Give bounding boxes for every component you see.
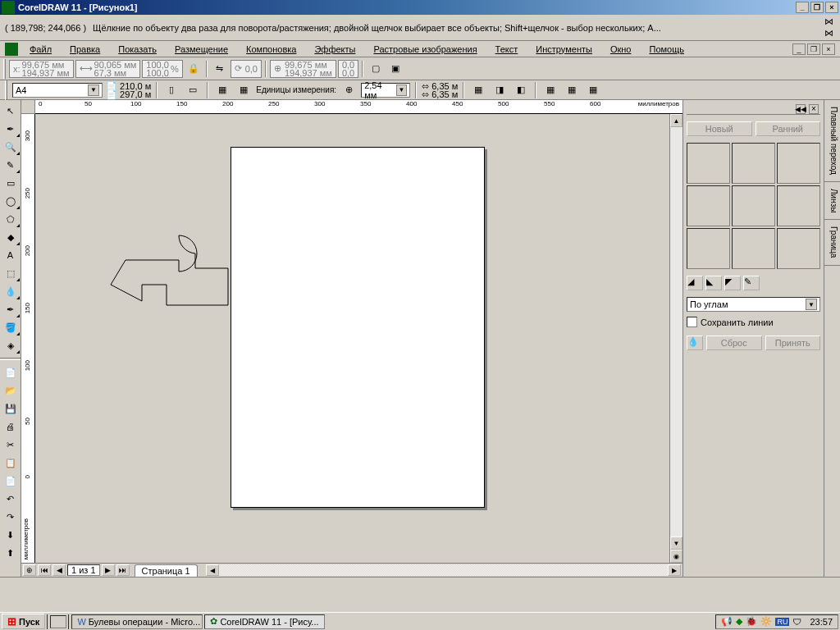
menu-layout[interactable]: Размещение xyxy=(168,43,235,56)
docker-tab-border[interactable]: Граница xyxy=(824,220,840,265)
ox-field[interactable]: 0,0 xyxy=(342,61,354,69)
mdi-restore[interactable]: ❐ xyxy=(807,43,820,55)
menu-file[interactable]: Файл xyxy=(23,43,58,56)
pick-tool[interactable]: ↖ xyxy=(1,102,21,120)
restore-button[interactable]: ❐ xyxy=(810,2,824,13)
taskbar-task-word[interactable]: W Булевы операции - Micro... xyxy=(71,614,203,629)
opt-btn-2[interactable]: ▦ xyxy=(563,81,581,99)
outline-tool[interactable]: ✒ xyxy=(1,300,21,318)
envelope-mode-1[interactable]: ◢ xyxy=(687,276,703,290)
landscape-button[interactable]: ▭ xyxy=(184,81,202,99)
eyedropper-icon[interactable]: 💧 xyxy=(687,336,703,350)
interactive-fill-tool[interactable]: ◈ xyxy=(1,336,21,354)
to-back-button[interactable]: ▣ xyxy=(386,60,404,78)
drawing-shape[interactable] xyxy=(101,219,281,334)
menu-tools[interactable]: Инструменты xyxy=(529,43,599,56)
lang-indicator[interactable]: RU xyxy=(775,618,789,626)
portrait-button[interactable]: ▯ xyxy=(162,81,180,99)
zoom-tool[interactable]: 🔍 xyxy=(1,138,21,156)
page-tab[interactable]: Страница 1 xyxy=(135,564,198,577)
sx-field[interactable]: 100,0 xyxy=(146,61,169,69)
mdi-close[interactable]: × xyxy=(822,43,835,55)
scroll-up-button[interactable]: ▲ xyxy=(670,114,682,127)
text-tool[interactable]: A xyxy=(1,246,21,264)
rot-field[interactable]: 0,0 xyxy=(245,64,258,74)
keep-lines-checkbox[interactable] xyxy=(687,317,697,327)
menu-arrange[interactable]: Компоновка xyxy=(240,43,303,56)
taskbar-task-corel[interactable]: ✿ CorelDRAW 11 - [Рису... xyxy=(204,614,324,629)
tray-icon[interactable]: 🐞 xyxy=(746,616,757,627)
scroll-left-button[interactable]: ◀ xyxy=(206,564,219,576)
x-field[interactable]: 99,675 мм xyxy=(22,61,70,69)
oy-field[interactable]: 0,0 xyxy=(342,69,354,77)
docker-dropdown[interactable]: По углам ▼ xyxy=(687,297,820,312)
scroll-nav-button[interactable]: ◉ xyxy=(670,550,682,563)
tb-undo[interactable]: ↶ xyxy=(1,490,21,508)
horizontal-scrollbar[interactable]: ◀ ▶ xyxy=(206,564,681,576)
ph-field[interactable]: 297,0 м xyxy=(120,89,151,99)
preset-cell[interactable] xyxy=(777,185,820,226)
tb-import[interactable]: ⬇ xyxy=(1,526,21,544)
snap-btn-2[interactable]: ◨ xyxy=(491,81,509,99)
tray-icon[interactable]: 📢 xyxy=(721,616,733,627)
tb-save[interactable]: 💾 xyxy=(1,399,21,418)
freehand-tool[interactable]: ✎ xyxy=(1,156,21,174)
preset-cell[interactable] xyxy=(687,185,730,226)
add-page-button[interactable]: ⊕ xyxy=(23,564,36,576)
tb-cut[interactable]: ✂ xyxy=(1,436,21,454)
prev-page-button[interactable]: ◀ xyxy=(52,564,66,576)
docker-new-button[interactable]: Новый xyxy=(687,121,752,136)
docker-close-icon[interactable]: × xyxy=(809,104,819,114)
fill-tool[interactable]: 🪣 xyxy=(1,318,21,336)
nudge-combo[interactable]: 2,54 мм ▼ xyxy=(361,83,410,98)
tb-new[interactable]: 📄 xyxy=(1,363,21,381)
dy-field[interactable]: 6,35 м xyxy=(431,89,458,99)
to-front-button[interactable]: ▢ xyxy=(367,60,385,78)
y-field[interactable]: 194,937 мм xyxy=(22,69,70,77)
mx-field[interactable]: 99,675 мм xyxy=(285,61,332,69)
menu-edit[interactable]: Правка xyxy=(63,43,107,56)
mdi-minimize[interactable]: _ xyxy=(792,43,806,55)
preset-cell[interactable] xyxy=(732,143,775,184)
grip[interactable] xyxy=(3,59,6,79)
sy-field[interactable]: 100,0 xyxy=(146,69,169,77)
menu-view[interactable]: Показать xyxy=(112,43,163,56)
canvas-viewport[interactable] xyxy=(35,114,669,563)
rectangle-tool[interactable]: ▭ xyxy=(1,174,21,192)
tb-paste[interactable]: 📄 xyxy=(1,472,21,490)
minimize-button[interactable]: _ xyxy=(796,2,809,13)
interactive-tool[interactable]: ⬚ xyxy=(1,264,21,282)
menu-help[interactable]: Помощь xyxy=(642,43,691,56)
tb-redo[interactable]: ↷ xyxy=(1,508,21,526)
shape-tool[interactable]: ✒ xyxy=(1,120,21,138)
tray-icon[interactable]: ◆ xyxy=(736,616,742,627)
menu-window[interactable]: Окно xyxy=(604,43,638,56)
preset-cell[interactable] xyxy=(732,228,775,269)
close-button[interactable]: × xyxy=(825,2,838,13)
w-field[interactable]: 90,065 мм xyxy=(94,61,137,69)
preset-cell[interactable] xyxy=(777,143,820,184)
grip[interactable] xyxy=(5,80,7,100)
flip-h-button[interactable]: ⇋ xyxy=(211,60,229,78)
envelope-mode-3[interactable]: ◤ xyxy=(724,276,741,290)
vertical-ruler[interactable]: 300 250 200 150 100 50 0 миллиметров xyxy=(21,114,35,563)
my-field[interactable]: 194,937 мм xyxy=(285,69,332,77)
docker-collapse-icon[interactable]: ◀◀ xyxy=(796,104,806,114)
menu-effects[interactable]: Эффекты xyxy=(308,43,362,56)
tray-icon[interactable]: 🔆 xyxy=(760,616,772,627)
preset-cell[interactable] xyxy=(687,143,730,184)
page-btn-1[interactable]: ▦ xyxy=(213,81,231,99)
opt-btn-3[interactable]: ▦ xyxy=(584,81,602,99)
preset-cell[interactable] xyxy=(687,228,730,269)
last-page-button[interactable]: ⏭ xyxy=(116,564,130,576)
docker-tab-lens[interactable]: Линзы xyxy=(824,182,840,220)
preset-cell[interactable] xyxy=(777,228,820,269)
opt-btn-1[interactable]: ▦ xyxy=(541,81,559,99)
tb-export[interactable]: ⬆ xyxy=(1,544,21,562)
scroll-right-button[interactable]: ▶ xyxy=(668,564,681,576)
units-button[interactable]: ⊕ xyxy=(340,81,358,99)
envelope-mode-2[interactable]: ◣ xyxy=(705,276,722,290)
ruler-corner[interactable] xyxy=(21,100,35,114)
horizontal-ruler[interactable]: 0 50 100 150 200 250 300 350 400 450 500… xyxy=(35,100,682,114)
start-button[interactable]: ⊞ Пуск xyxy=(2,614,45,629)
